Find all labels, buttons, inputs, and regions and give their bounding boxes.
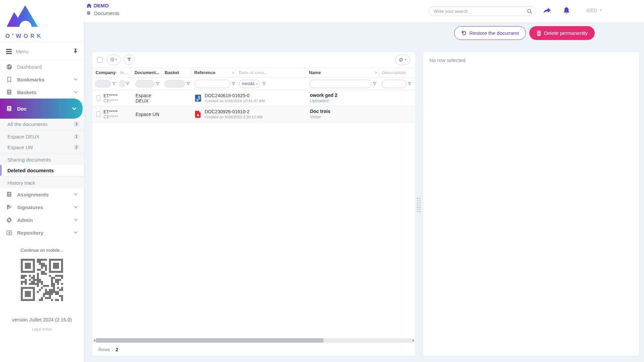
subnav-label: Sharing documents (7, 157, 51, 163)
company-code: ET***** (104, 93, 118, 98)
count-badge: 1 (74, 134, 79, 139)
sidebar-item-history-track[interactable]: History track (0, 177, 84, 188)
scroll-left-arrow[interactable] (93, 338, 96, 343)
row-checkbox[interactable] (97, 95, 100, 101)
restore-icon (461, 31, 467, 36)
caret-down-icon (405, 59, 407, 60)
columns-button[interactable] (107, 55, 121, 65)
funnel-icon[interactable] (125, 82, 129, 86)
funnel-icon[interactable] (373, 82, 377, 86)
column-header-name[interactable]: Name (305, 68, 378, 77)
app-root: O'WORK Menu Dashboard Bookmarks Basket (0, 0, 644, 362)
sidebar-item-all-documents[interactable]: All the documents 3 (0, 119, 84, 129)
caret-down-icon (600, 10, 602, 11)
document-name: Doc trois (310, 109, 378, 114)
book-icon (6, 191, 12, 198)
chevron-down-icon (74, 231, 78, 234)
sidebar-item-repository[interactable]: Repository (0, 226, 84, 239)
mobile-block: Continue on mobile... version Juillet 20… (0, 248, 84, 331)
funnel-icon[interactable] (408, 82, 412, 86)
date-filter-input[interactable]: mm/dd. (239, 80, 260, 88)
caret-down-icon (115, 59, 117, 60)
legal-notice-link[interactable]: Legal notice (0, 327, 84, 331)
columns-icon (111, 58, 114, 62)
document-icon (87, 11, 91, 16)
signature-icon (6, 204, 12, 210)
sidebar-item-signatures[interactable]: Signatures (0, 201, 84, 214)
gauge-icon (6, 64, 12, 70)
description-filter-input[interactable] (382, 80, 407, 88)
app-logo: O'WORK (0, 0, 84, 42)
rows-count: 2 (116, 347, 118, 352)
restore-button-label: Restore the document (469, 30, 519, 36)
table-toolbar (92, 52, 415, 68)
trash-icon (536, 31, 541, 36)
breadcrumb-page: Documents (87, 10, 119, 16)
table-row[interactable]: ET***** CE***** Espace DEUX w DOC240618-… (92, 90, 415, 106)
search-icon[interactable] (527, 9, 532, 14)
sidebar-item-deleted-documents[interactable]: Deleted documents (0, 165, 84, 176)
delete-permanently-button[interactable]: Delete permanently (529, 26, 595, 40)
sidebar-nav: Dashboard Bookmarks Baskets Doc All the … (0, 60, 84, 239)
subnav-label: History track (7, 180, 35, 186)
column-header-company[interactable]: Company (92, 68, 118, 77)
book-icon (6, 89, 12, 96)
table-empty-area (92, 122, 415, 338)
column-header-reference[interactable]: Reference (191, 68, 235, 77)
bookmark-icon (6, 76, 12, 83)
pdf-file-icon (195, 111, 201, 118)
column-header-basket[interactable]: Basket (161, 68, 191, 77)
user-menu[interactable]: GED (586, 7, 602, 13)
reference-number: DOC240618-01625-0 (205, 93, 265, 99)
chevron-down-icon (74, 193, 78, 196)
chevron-down-icon (74, 206, 78, 208)
sidebar-item-sharing-documents[interactable]: Sharing documents (0, 154, 84, 165)
breadcrumb-home[interactable]: DEMO (87, 3, 119, 8)
funnel-icon[interactable] (262, 82, 266, 86)
funnel-icon[interactable] (231, 82, 235, 86)
reference-cell: w DOC240618-01625-0 Created on 6/18/2024… (191, 93, 305, 103)
scrollbar-track[interactable] (96, 338, 412, 343)
document-cell: Espace UN (131, 112, 161, 117)
version-text: version Juillet 2024 (2.15.0) (0, 317, 84, 322)
basket-filter-input (164, 80, 185, 87)
table-row[interactable]: ET***** CE***** Espace UN DOC230926-0161… (92, 106, 415, 122)
sidebar: O'WORK Menu Dashboard Bookmarks Basket (0, 0, 84, 362)
funnel-icon[interactable] (156, 82, 160, 86)
search-input[interactable] (434, 9, 527, 14)
sidebar-item-espace-un[interactable]: Espace UN 2 (0, 142, 84, 153)
funnel-icon[interactable] (186, 82, 190, 86)
sidebar-item-admin[interactable]: Admin (0, 214, 84, 226)
global-search (429, 6, 536, 16)
panel-resize-handle[interactable] (417, 198, 421, 212)
menu-icon[interactable] (6, 49, 12, 54)
sidebar-item-doc[interactable]: Doc (0, 99, 83, 119)
svg-text:w: w (196, 99, 199, 101)
word-file-icon: w (195, 95, 201, 102)
sidebar-item-espace-deux[interactable]: Espace DEUX 1 (0, 131, 84, 142)
pin-icon[interactable] (73, 49, 78, 54)
row-checkbox[interactable] (97, 111, 100, 117)
company-sub: CE***** (104, 98, 118, 103)
sidebar-item-baskets[interactable]: Baskets (0, 86, 84, 99)
mobile-hint: Continue on mobile... (0, 248, 84, 253)
scrollbar-thumb[interactable] (96, 338, 323, 343)
reference-filter-input[interactable] (195, 80, 230, 88)
sidebar-item-dashboard[interactable]: Dashboard (0, 60, 84, 73)
share-icon[interactable] (543, 7, 551, 15)
filter-button[interactable] (123, 55, 135, 65)
table-settings-button[interactable] (395, 55, 410, 65)
name-filter-input[interactable] (309, 80, 372, 88)
bell-icon[interactable] (563, 7, 570, 15)
sidebar-item-assignments[interactable]: Assignments (0, 188, 84, 201)
chevron-down-icon (74, 91, 78, 94)
subnav-label: Espace DEUX (7, 134, 40, 139)
count-badge: 3 (74, 121, 79, 127)
sidebar-item-bookmarks[interactable]: Bookmarks (0, 73, 84, 86)
select-all-checkbox[interactable] (97, 57, 103, 63)
restore-document-button[interactable]: Restore the document (454, 26, 526, 40)
scroll-right-arrow[interactable] (412, 338, 415, 343)
funnel-icon[interactable] (112, 82, 116, 86)
column-header-document[interactable]: Document... (131, 68, 161, 77)
table-header-row: Company In... Document... Basket Referen… (92, 68, 415, 78)
